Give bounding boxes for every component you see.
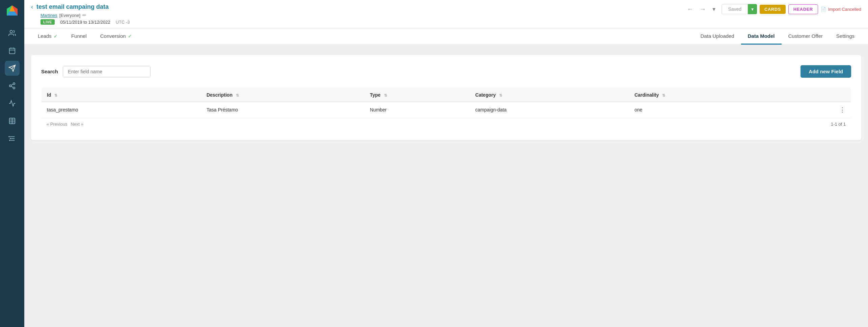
- svg-point-22: [10, 138, 11, 139]
- topbar-right: ← → ▾ Saved ▾ CARDS HEADER 📄 Import Canc…: [685, 3, 861, 14]
- sort-icon-type: ⇅: [384, 93, 387, 97]
- sidebar-icon-share[interactable]: [5, 78, 20, 93]
- col-header-actions: [786, 88, 851, 102]
- content-card: Search Add new Field Id ⇅ Description ⇅: [31, 55, 861, 140]
- svg-point-11: [13, 87, 15, 89]
- import-cancelled-button[interactable]: 📄 Import Cancelled: [821, 7, 861, 12]
- tab-funnel[interactable]: Funnel: [64, 28, 93, 45]
- col-header-id[interactable]: Id ⇅: [42, 88, 201, 102]
- table-row: tasa_prestamo Tasa Préstamo Number campa…: [42, 102, 851, 118]
- svg-point-23: [9, 140, 10, 141]
- svg-point-10: [9, 85, 11, 87]
- tab-data-uploaded[interactable]: Data Uploaded: [694, 28, 741, 45]
- search-input[interactable]: [63, 66, 151, 77]
- cell-description: Tasa Préstamo: [201, 102, 364, 118]
- pagination-info: 1-1 of 1: [831, 122, 846, 127]
- sidebar-icon-calendar[interactable]: [5, 43, 20, 58]
- pagination-nav: « Previous Next »: [47, 122, 83, 127]
- col-header-cardinality[interactable]: Cardinality ⇅: [629, 88, 786, 102]
- sidebar-icon-users[interactable]: [5, 26, 20, 41]
- tab-data-model-label: Data Model: [748, 33, 775, 39]
- svg-point-9: [13, 83, 15, 85]
- live-badge: LIVE: [40, 19, 55, 25]
- tab-settings[interactable]: Settings: [830, 28, 861, 45]
- add-new-field-button[interactable]: Add new Field: [801, 65, 851, 78]
- sidebar-icon-analytics[interactable]: [5, 96, 20, 111]
- cell-cardinality: one: [629, 102, 786, 118]
- sort-icon-description: ⇅: [236, 93, 239, 97]
- topbar: ‹ test email campaing data Martines [Eve…: [24, 0, 868, 28]
- svg-point-21: [9, 136, 9, 137]
- data-table: Id ⇅ Description ⇅ Type ⇅ Category ⇅ Car: [41, 88, 851, 118]
- tab-conversion[interactable]: Conversion ✓: [93, 28, 139, 45]
- col-header-description[interactable]: Description ⇅: [201, 88, 364, 102]
- tab-conversion-check: ✓: [128, 33, 132, 39]
- tab-customer-offer-label: Customer Offer: [788, 33, 823, 39]
- header-button[interactable]: HEADER: [788, 4, 818, 14]
- sort-icon-cardinality: ⇅: [662, 93, 665, 97]
- tab-leads-check: ✓: [54, 33, 58, 39]
- row-actions-button[interactable]: ⋮: [786, 102, 851, 118]
- tab-conversion-label: Conversion: [100, 33, 126, 39]
- tab-data-uploaded-label: Data Uploaded: [700, 33, 734, 39]
- svg-line-13: [11, 84, 13, 85]
- pagination-next[interactable]: Next »: [71, 122, 83, 127]
- cell-category: campaign-data: [470, 102, 629, 118]
- app-logo: [5, 4, 19, 18]
- edit-icon[interactable]: ✏: [82, 12, 86, 18]
- svg-point-4: [10, 30, 12, 33]
- tab-customer-offer[interactable]: Customer Offer: [782, 28, 830, 45]
- sidebar: [0, 0, 24, 327]
- col-header-category[interactable]: Category ⇅: [470, 88, 629, 102]
- sort-icon-category: ⇅: [499, 93, 502, 97]
- sidebar-icon-settings[interactable]: [5, 131, 20, 146]
- pagination-row: « Previous Next » 1-1 of 1: [41, 118, 851, 130]
- page-title: test email campaing data: [36, 3, 109, 10]
- svg-rect-5: [9, 48, 15, 54]
- cell-id: tasa_prestamo: [42, 102, 201, 118]
- audience-label: [Everyone]: [59, 13, 80, 18]
- pagination-previous[interactable]: « Previous: [47, 122, 67, 127]
- import-icon: 📄: [821, 7, 826, 12]
- tab-left-group: Leads ✓ Funnel Conversion ✓: [31, 28, 139, 45]
- sidebar-icon-tables[interactable]: [5, 114, 20, 128]
- tab-leads-label: Leads: [38, 33, 52, 39]
- col-header-type[interactable]: Type ⇅: [364, 88, 470, 102]
- content-area: Search Add new Field Id ⇅ Description ⇅: [24, 45, 868, 327]
- date-range: 05/11/2019 to 13/12/2022: [60, 20, 110, 25]
- import-cancelled-label: Import Cancelled: [828, 7, 861, 12]
- svg-line-12: [11, 86, 13, 87]
- saved-button[interactable]: Saved: [722, 4, 748, 14]
- user-link[interactable]: Martines: [40, 13, 57, 18]
- tab-funnel-label: Funnel: [71, 33, 87, 39]
- tab-leads[interactable]: Leads ✓: [31, 28, 64, 45]
- tab-settings-label: Settings: [836, 33, 855, 39]
- nav-dropdown-button[interactable]: ▾: [710, 4, 717, 14]
- tab-right-group: Data Uploaded Data Model Customer Offer …: [694, 28, 861, 45]
- nav-forward-button[interactable]: →: [698, 4, 708, 14]
- saved-dropdown-button[interactable]: ▾: [748, 4, 757, 14]
- sort-icon-id: ⇅: [54, 93, 57, 97]
- sidebar-icon-campaigns[interactable]: [5, 61, 20, 76]
- back-button[interactable]: ‹: [31, 3, 33, 10]
- topbar-left: ‹ test email campaing data Martines [Eve…: [31, 3, 685, 25]
- search-label: Search: [41, 69, 58, 74]
- tab-navigation: Leads ✓ Funnel Conversion ✓ Data Uploade…: [24, 28, 868, 45]
- main-content: ‹ test email campaing data Martines [Eve…: [24, 0, 868, 327]
- cards-button[interactable]: CARDS: [760, 5, 786, 14]
- tab-data-model[interactable]: Data Model: [741, 28, 782, 45]
- utc-label: UTC -3: [116, 20, 130, 25]
- nav-back-button[interactable]: ←: [685, 4, 695, 14]
- search-group: Search: [41, 66, 151, 77]
- search-row: Search Add new Field: [41, 65, 851, 78]
- cell-type: Number: [364, 102, 470, 118]
